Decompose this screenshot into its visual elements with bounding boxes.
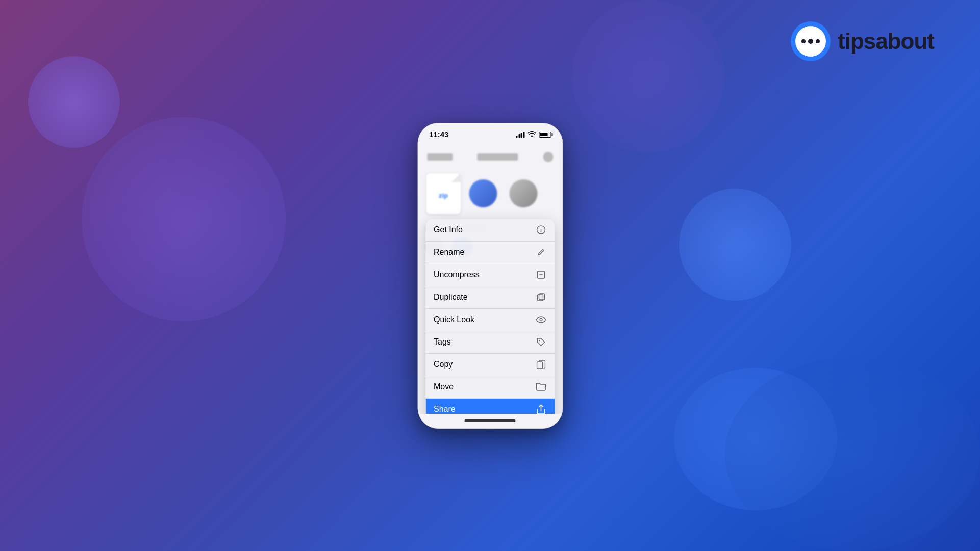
menu-item-share-label: Share (434, 405, 456, 414)
uncompress-icon (535, 269, 546, 280)
context-menu: Get Info i Rename (425, 219, 555, 414)
menu-item-copy-label: Copy (434, 360, 453, 369)
logo-dots (801, 39, 820, 44)
menu-item-tags-label: Tags (434, 337, 451, 347)
home-bar (465, 419, 516, 422)
decorative-blob-5 (725, 357, 980, 551)
zip-file-icon[interactable]: zip (426, 173, 461, 214)
menu-item-rename-label: Rename (434, 248, 464, 257)
menu-item-move[interactable]: Move (425, 376, 555, 399)
home-indicator (418, 414, 562, 428)
wifi-icon (527, 130, 536, 138)
svg-point-7 (539, 340, 540, 341)
menu-item-move-label: Move (434, 382, 454, 391)
file-icon-2 (469, 179, 497, 207)
info-icon: i (535, 224, 546, 235)
signal-icon (516, 132, 525, 138)
menu-item-tags[interactable]: Tags (425, 331, 555, 354)
files-area: zip Get Info i Rename (418, 168, 562, 414)
menu-item-quick-look-label: Quick Look (434, 315, 474, 324)
logo-dot-3 (816, 39, 820, 43)
nav-bar (418, 146, 562, 168)
zip-label: zip (439, 192, 448, 199)
menu-item-get-info-label: Get Info (434, 225, 463, 234)
logo-dot-1 (801, 39, 806, 43)
decorative-blob-4 (679, 189, 791, 301)
phone-frame: 11:43 (417, 123, 563, 429)
decorative-blob-6 (572, 0, 725, 153)
menu-item-duplicate[interactable]: Duplicate (425, 286, 555, 309)
menu-item-rename[interactable]: Rename (425, 242, 555, 264)
nav-title-placeholder (478, 153, 518, 161)
logo-dot-2 (808, 39, 813, 44)
menu-item-uncompress[interactable]: Uncompress (425, 264, 555, 286)
menu-item-duplicate-label: Duplicate (434, 293, 468, 302)
menu-item-share[interactable]: Share (425, 399, 555, 414)
file-icons-row: zip (418, 168, 562, 219)
copy-icon (535, 359, 546, 370)
status-icons (516, 130, 551, 138)
menu-item-copy[interactable]: Copy (425, 354, 555, 376)
file-icon-3 (509, 179, 537, 207)
logo-icon (791, 21, 831, 61)
nav-back-placeholder (427, 153, 453, 161)
decorative-blob-2 (82, 117, 286, 321)
nav-action-placeholder (543, 152, 553, 162)
svg-point-6 (540, 319, 542, 321)
folder-icon (535, 381, 546, 392)
battery-icon (539, 132, 551, 138)
tag-icon (535, 336, 546, 348)
svg-rect-8 (537, 362, 542, 369)
pencil-icon (535, 247, 546, 258)
duplicate-icon (535, 292, 546, 303)
menu-item-quick-look[interactable]: Quick Look (425, 309, 555, 331)
svg-text:i: i (540, 227, 541, 233)
logo: tipsabout (791, 21, 934, 61)
logo-text: tipsabout (838, 29, 934, 54)
menu-item-uncompress-label: Uncompress (434, 270, 480, 279)
status-bar: 11:43 (418, 123, 562, 146)
eye-icon (535, 314, 546, 325)
phone-container: 11:43 (417, 123, 563, 429)
logo-icon-inner (795, 26, 826, 57)
decorative-blob-1 (28, 56, 120, 148)
menu-item-get-info[interactable]: Get Info i (425, 219, 555, 242)
status-time: 11:43 (429, 130, 448, 139)
share-icon (535, 404, 546, 414)
